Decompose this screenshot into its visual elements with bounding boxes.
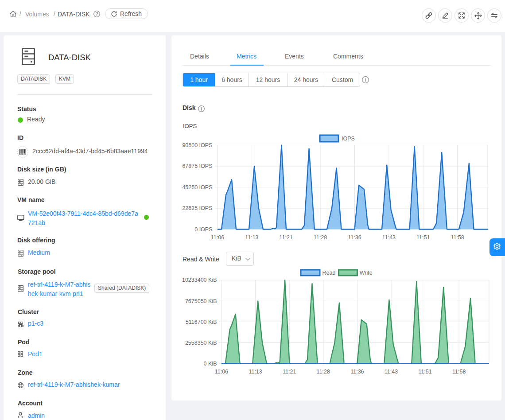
svg-text:45250 IOPS: 45250 IOPS <box>182 184 212 191</box>
svg-text:11:36: 11:36 <box>350 369 364 375</box>
svg-text:11:13: 11:13 <box>245 234 258 241</box>
svg-text:11:28: 11:28 <box>314 234 327 241</box>
svg-text:11:58: 11:58 <box>451 234 464 241</box>
svg-text:2558350 KiB: 2558350 KiB <box>185 340 217 346</box>
svg-text:11:13: 11:13 <box>249 369 262 375</box>
svg-text:11:06: 11:06 <box>211 234 224 241</box>
svg-text:0 KiB: 0 KiB <box>204 361 217 367</box>
svg-text:11:28: 11:28 <box>317 369 330 375</box>
svg-text:11:51: 11:51 <box>416 234 430 241</box>
svg-text:11:58: 11:58 <box>452 369 466 375</box>
svg-text:11:21: 11:21 <box>280 234 293 241</box>
svg-text:11:06: 11:06 <box>215 369 228 375</box>
svg-text:0 IOPS: 0 IOPS <box>194 226 212 233</box>
svg-text:11:21: 11:21 <box>283 369 296 375</box>
svg-text:67875 IOPS: 67875 IOPS <box>182 163 212 169</box>
svg-text:90500 IOPS: 90500 IOPS <box>182 142 212 148</box>
svg-text:11:36: 11:36 <box>348 234 361 241</box>
svg-text:22625 IOPS: 22625 IOPS <box>182 205 212 211</box>
svg-text:Read: Read <box>322 270 336 276</box>
svg-text:10233400 KiB: 10233400 KiB <box>182 277 217 283</box>
svg-text:7675050 KiB: 7675050 KiB <box>185 298 217 304</box>
svg-text:11:43: 11:43 <box>385 369 398 375</box>
svg-text:5116700 KiB: 5116700 KiB <box>186 319 217 325</box>
svg-text:IOPS: IOPS <box>342 136 355 142</box>
svg-text:Write: Write <box>360 270 373 276</box>
svg-text:11:43: 11:43 <box>382 234 396 241</box>
svg-text:11:51: 11:51 <box>418 369 431 375</box>
